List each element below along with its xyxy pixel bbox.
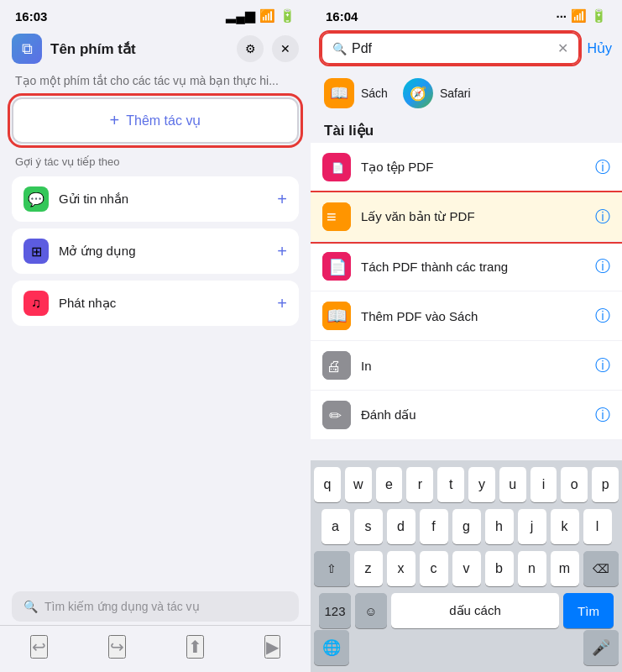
keyboard-row-2: a s d f g h j k l [314,509,619,544]
bottom-search-bar[interactable]: 🔍 Tìm kiếm ứng dụng và tác vụ [12,591,299,622]
battery-icon: 🔋 [280,8,295,24]
keyboard-row-3: ⇧ z x c v b n m ⌫ [314,551,619,586]
search-box[interactable]: 🔍 Pdf ✕ [321,32,580,65]
key-i[interactable]: i [531,467,557,502]
result-print[interactable]: 🖨 In ⓘ [311,341,622,391]
suggestion-apps-label: Mở ứng dụng [59,244,267,259]
right-panel: 16:04 ··· 📶 🔋 🔍 Pdf ✕ Hủy 📖 Sách 🧭 Safar… [311,0,622,672]
messages-icon: 💬 [24,186,49,212]
share-button[interactable]: ⬆ [186,635,204,659]
result-split-pdf-label: Tách PDF thành các trang [361,260,585,274]
keyboard-row-1: q w e r t y u i o p [314,467,619,502]
key-w[interactable]: w [345,467,372,502]
play-button[interactable]: ▶ [264,635,280,659]
signal-dots-icon: ··· [556,9,567,24]
keyboard: q w e r t y u i o p a s d f g h j k l ⇧ … [311,460,622,672]
wifi-icon-right: 📶 [571,8,587,24]
key-g[interactable]: g [452,509,481,544]
apps-row: 📖 Sách 🧭 Safari [311,70,622,117]
add-task-button[interactable]: + Thêm tác vụ [12,97,299,144]
info-icon-1[interactable]: ⓘ [595,207,610,227]
key-a[interactable]: a [321,509,350,544]
key-t[interactable]: t [437,467,464,502]
key-f[interactable]: f [420,509,448,544]
key-e[interactable]: e [376,467,403,502]
svg-text:📄: 📄 [332,161,344,174]
key-n[interactable]: n [518,551,546,586]
info-icon-3[interactable]: ⓘ [595,306,610,326]
search-placeholder: Tìm kiếm ứng dụng và tác vụ [44,600,200,613]
globe-key[interactable]: 🌐 [314,630,349,665]
suggestions-title: Gợi ý tác vụ tiếp theo [12,155,299,168]
key-m[interactable]: m [551,551,579,586]
emoji-key[interactable]: ☺ [355,593,387,628]
bookmark-icon: ✏ [322,401,351,429]
left-panel: 16:03 ▂▄▆ 📶 🔋 ⧉ Tên phím tắt ⚙ ✕ Tạo một… [0,0,311,672]
close-button[interactable]: ✕ [272,35,299,62]
svg-text:✏: ✏ [329,407,342,424]
key-j[interactable]: j [518,509,546,544]
forward-button[interactable]: ↪ [108,635,126,659]
subtitle: Tạo một phím tắt cho các tác vụ mà bạn t… [0,71,311,97]
key-q[interactable]: q [314,467,341,502]
space-key[interactable]: dấu cách [391,593,559,628]
result-extract-pdf[interactable]: ≡ Lấy văn bản từ PDF ⓘ [311,192,622,242]
info-icon-5[interactable]: ⓘ [595,405,610,425]
settings-button[interactable]: ⚙ [237,35,264,62]
search-row: 🔍 Pdf ✕ Hủy [311,27,622,70]
music-icon: ♫ [24,291,49,316]
shift-key[interactable]: ⇧ [314,551,350,586]
left-time: 16:03 [15,9,47,24]
key-l[interactable]: l [583,509,612,544]
result-add-books-label: Thêm PDF vào Sách [361,309,585,323]
result-bookmark[interactable]: ✏ Đánh dấu ⓘ [311,391,622,440]
key-d[interactable]: d [387,509,416,544]
apps-icon: ⊞ [24,239,49,264]
info-icon-2[interactable]: ⓘ [595,256,610,276]
key-p[interactable]: p [592,467,619,502]
key-y[interactable]: y [468,467,495,502]
search-input[interactable]: Pdf [352,41,552,56]
key-h[interactable]: h [485,509,514,544]
key-r[interactable]: r [406,467,433,502]
number-key[interactable]: 123 [319,593,351,628]
suggestion-apps[interactable]: ⊞ Mở ứng dụng + [12,228,299,274]
result-split-pdf[interactable]: 📄 Tách PDF thành các trang ⓘ [311,242,622,291]
search-clear-icon[interactable]: ✕ [557,40,568,56]
key-k[interactable]: k [551,509,579,544]
suggestion-music[interactable]: ♫ Phát nhạc + [12,281,299,326]
app-books[interactable]: 📖 Sách [324,78,388,108]
suggestion-messages[interactable]: 💬 Gửi tin nhắn + [12,176,299,222]
info-icon-4[interactable]: ⓘ [595,355,610,375]
back-button[interactable]: ↩ [30,635,48,659]
key-x[interactable]: x [387,551,416,586]
key-b[interactable]: b [485,551,514,586]
plus-icon: + [110,111,120,130]
key-o[interactable]: o [561,467,588,502]
cancel-button[interactable]: Hủy [587,40,612,56]
header-actions: ⚙ ✕ [237,35,299,62]
key-c[interactable]: c [420,551,448,586]
result-add-books[interactable]: 📖 Thêm PDF vào Sách ⓘ [311,291,622,341]
page-title: Tên phím tắt [50,40,228,58]
print-icon: 🖨 [322,351,351,380]
suggestion-messages-label: Gửi tin nhắn [59,192,267,207]
info-icon-0[interactable]: ⓘ [595,157,610,177]
safari-label: Safari [440,87,471,100]
svg-text:🖨: 🖨 [327,358,342,375]
key-v[interactable]: v [452,551,481,586]
result-bookmark-label: Đánh dấu [361,407,585,423]
key-u[interactable]: u [499,467,526,502]
return-key[interactable]: Tìm [563,593,614,628]
result-create-pdf-label: Tạo tệp PDF [361,160,585,175]
key-s[interactable]: s [354,509,383,544]
result-create-pdf[interactable]: 📄 Tạo tệp PDF ⓘ [311,143,622,192]
bottom-toolbar: ↩ ↪ ⬆ ▶ [0,625,311,672]
delete-key[interactable]: ⌫ [583,551,619,586]
split-pdf-icon: 📄 [322,252,351,281]
svg-text:📄: 📄 [328,258,348,276]
mic-key[interactable]: 🎤 [583,630,619,665]
key-z[interactable]: z [354,551,383,586]
right-status-icons: ··· 📶 🔋 [556,8,607,24]
app-safari[interactable]: 🧭 Safari [403,78,471,108]
